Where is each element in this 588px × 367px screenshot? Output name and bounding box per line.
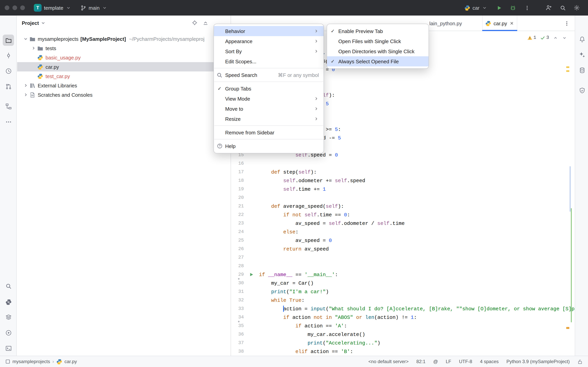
close-window-button[interactable] xyxy=(5,5,9,10)
status-utf-8[interactable]: UTF-8 xyxy=(459,359,472,364)
menu-item-view-mode[interactable]: View Mode xyxy=(214,94,324,104)
tool-window-pull-requests-button[interactable] xyxy=(3,81,14,92)
tool-window-services-button[interactable] xyxy=(3,327,14,338)
breadcrumb[interactable]: mysampleprojects › car.py xyxy=(5,359,77,365)
status-4-spaces[interactable]: 4 spaces xyxy=(480,359,499,364)
tool-window-packages-button[interactable] xyxy=(3,311,14,323)
code-line-19[interactable]: 19 self.time += 1 xyxy=(231,185,575,193)
tool-window-shield-button[interactable] xyxy=(576,85,588,96)
code-line-27[interactable]: 27 xyxy=(231,253,575,262)
tool-window-terminal-button[interactable] xyxy=(3,342,14,354)
search-everywhere-button[interactable] xyxy=(558,3,568,13)
run-button[interactable] xyxy=(494,3,504,13)
code-line-17[interactable]: 17 def step(self): xyxy=(231,168,575,176)
tree-item-car-py[interactable]: car.py xyxy=(17,62,231,71)
editor-options-button[interactable] xyxy=(562,18,572,28)
tree-item-tests[interactable]: tests xyxy=(17,43,231,53)
menu-item-resize[interactable]: Resize xyxy=(214,114,324,124)
code-with-me-button[interactable] xyxy=(544,3,554,13)
code-line-33[interactable]: 33 action = input("What should I do? [A]… xyxy=(231,304,575,313)
code-line-16[interactable]: 16 xyxy=(231,159,575,168)
code-line-36[interactable]: 36 my_car.accelerate() xyxy=(231,330,575,339)
menu-item-move-to[interactable]: Move to xyxy=(214,104,324,114)
code-line-38[interactable]: 38 elif action == 'B': xyxy=(231,347,575,356)
tool-window-python-console-button[interactable] xyxy=(3,296,14,308)
menu-item-always-select-opened-file[interactable]: ✓Always Select Opened File xyxy=(327,56,429,67)
code-line-25[interactable]: 25 av_speed = 0 xyxy=(231,236,575,245)
menu-item-help[interactable]: Help xyxy=(214,141,324,151)
menu-item-open-files-with-single-click[interactable]: Open Files with Single Click xyxy=(327,36,429,46)
next-problem-button[interactable] xyxy=(562,35,567,40)
menu-item-open-directories-with-single-click[interactable]: Open Directories with Single Click xyxy=(327,46,429,56)
menu-item-sort-by[interactable]: Sort By xyxy=(214,46,324,56)
close-icon[interactable] xyxy=(510,21,514,26)
tool-window-structure-button[interactable] xyxy=(3,100,14,112)
run-gutter-icon[interactable] xyxy=(249,272,254,277)
breadcrumb-file[interactable]: car.py xyxy=(64,359,77,364)
tool-window-commit-button[interactable] xyxy=(3,50,14,61)
code-line-28[interactable]: 28 xyxy=(231,262,575,270)
menu-item-remove-from-sidebar[interactable]: Remove from Sidebar xyxy=(214,127,324,137)
passed-count[interactable]: 3 xyxy=(540,35,549,40)
code-line-30[interactable]: 30 my_car = Car() xyxy=(231,279,575,287)
previous-problem-button[interactable] xyxy=(553,35,558,40)
code-line-29[interactable]: 29if __name__ == '__main__': xyxy=(231,270,575,279)
warning-count[interactable]: 1 xyxy=(527,35,536,40)
code-line-32[interactable]: 32 while True: xyxy=(231,296,575,304)
menu-item-edit-scopes[interactable]: Edit Scopes... xyxy=(214,56,324,67)
tool-window-project-button[interactable] xyxy=(3,34,14,46)
status-no-default-server[interactable]: <no default server> xyxy=(369,359,409,364)
tree-item-scratches-and-consoles[interactable]: Scratches and Consoles xyxy=(17,90,231,100)
project-panel-header[interactable]: Project xyxy=(17,16,231,30)
stripe-warning-mark[interactable] xyxy=(566,67,569,68)
vcs-branch-widget[interactable]: main xyxy=(78,3,110,12)
menu-item-behavior[interactable]: Behavior xyxy=(214,26,324,36)
tree-item-basic-usage-py[interactable]: basic_usage.py xyxy=(17,53,231,62)
tool-window-more-button[interactable] xyxy=(3,116,14,127)
debug-button[interactable] xyxy=(508,3,518,13)
stripe-warning-mark[interactable] xyxy=(566,327,569,329)
code-line-35[interactable]: 35 if action == 'A': xyxy=(231,322,575,330)
menu-item-appearance[interactable]: Appearance xyxy=(214,36,324,46)
status-lf[interactable]: LF xyxy=(446,359,451,364)
breadcrumb-project[interactable]: mysampleprojects xyxy=(12,359,50,364)
more-actions-button[interactable] xyxy=(522,3,532,13)
menu-item-group-tabs[interactable]: ✓Group Tabs xyxy=(214,83,324,94)
code-line-20[interactable]: 20 xyxy=(231,193,575,202)
status-item[interactable]: @ xyxy=(433,359,438,364)
code-line-34[interactable]: 34 if action not in "ABOS" or len(action… xyxy=(231,313,575,322)
tab-car-py[interactable]: car.py xyxy=(482,16,517,31)
tool-window-find-button[interactable] xyxy=(3,280,14,292)
code-line-23[interactable]: 23 av_speed = self.odometer / self.time xyxy=(231,219,575,228)
tool-window-ai-assistant-button[interactable] xyxy=(576,49,588,60)
code-line-21[interactable]: 21 def average_speed(self): xyxy=(231,202,575,210)
menu-item-enable-preview-tab[interactable]: ✓Enable Preview Tab xyxy=(327,26,429,36)
stripe-warning-mark[interactable] xyxy=(566,70,569,72)
tree-item-mysampleprojects[interactable]: mysampleprojects[MySampleProject]~/Pycha… xyxy=(17,34,231,43)
tool-window-notifications-button[interactable] xyxy=(576,33,588,45)
project-widget[interactable]: T template xyxy=(31,2,74,13)
tool-window-history-button[interactable] xyxy=(3,65,14,76)
status-python-3-9-mysampleproject[interactable]: Python 3.9 (mySampleProject) xyxy=(507,359,570,364)
settings-button[interactable] xyxy=(572,3,582,13)
code-line-31[interactable]: 31 print("I'm a car!") xyxy=(231,287,575,296)
menu-item-speed-search[interactable]: Speed Search⌘F or any symbol xyxy=(214,70,324,80)
zoom-window-button[interactable] xyxy=(20,5,25,10)
inspections-widget[interactable]: 1 3 xyxy=(526,34,569,41)
gutter[interactable] xyxy=(246,272,259,277)
tree-item-external-libraries[interactable]: External Libraries xyxy=(17,81,231,90)
select-opened-file-icon[interactable] xyxy=(192,20,198,26)
tool-window-database-button[interactable] xyxy=(576,65,588,76)
run-configuration-widget[interactable]: car xyxy=(462,3,490,12)
code-line-26[interactable]: 26 return av_speed xyxy=(231,245,575,253)
status-82-1[interactable]: 82:1 xyxy=(416,359,425,364)
collapse-all-icon[interactable] xyxy=(203,20,208,26)
code-line-37[interactable]: 37 print("Accelerating...") xyxy=(231,339,575,347)
minimize-window-button[interactable] xyxy=(12,5,17,10)
code-line-24[interactable]: 24 else: xyxy=(231,228,575,236)
code-line-18[interactable]: 18 self.odometer += self.speed xyxy=(231,176,575,185)
lock-icon[interactable] xyxy=(578,359,583,364)
tab-plain-python[interactable]: lain_python.py xyxy=(429,16,462,31)
tree-item-test-car-py[interactable]: test_car.py xyxy=(17,71,231,81)
code-line-22[interactable]: 22 if not self.time == 0: xyxy=(231,210,575,219)
